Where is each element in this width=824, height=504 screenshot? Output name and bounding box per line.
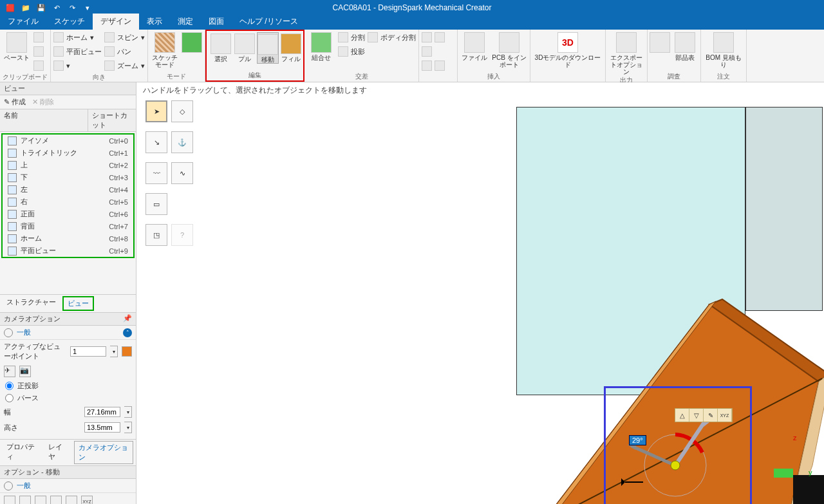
viewport[interactable]: ハンドルをドラッグして、選択されたオブジェクトを移動します ➤◇ ↘⚓ 〰∿ ▭… bbox=[136, 82, 824, 504]
line-tool[interactable]: ↘ bbox=[145, 131, 167, 153]
curve-tool[interactable]: 〰 bbox=[145, 162, 167, 184]
view-row-3[interactable]: 下Ctrl+3 bbox=[3, 171, 133, 183]
misc1b[interactable] bbox=[422, 45, 445, 58]
tab-measure[interactable]: 測定 bbox=[170, 14, 201, 30]
brush-button[interactable] bbox=[33, 59, 44, 72]
active-viewport-dropdown[interactable]: ▾ bbox=[110, 346, 118, 357]
opt-icon-5[interactable] bbox=[66, 496, 77, 504]
iso-view-button[interactable]: ▾ bbox=[53, 59, 102, 72]
export-button[interactable]: エクスポートオプション bbox=[608, 31, 644, 75]
misc1a[interactable] bbox=[422, 31, 445, 44]
view-row-6[interactable]: 正面Ctrl+6 bbox=[3, 208, 133, 220]
insert-file-button[interactable]: ファイル bbox=[460, 31, 489, 61]
width-drop[interactable]: ▾ bbox=[124, 406, 132, 418]
bodysplit-button[interactable]: ボディ分割 bbox=[368, 31, 416, 44]
collapse-icon[interactable]: ˄ bbox=[123, 328, 132, 337]
anchor-tool[interactable]: ⚓ bbox=[171, 131, 193, 153]
angle-readout[interactable]: 29° bbox=[629, 435, 646, 445]
height-input[interactable] bbox=[84, 422, 120, 433]
move-button[interactable]: 移動 bbox=[257, 32, 279, 64]
home-view-button[interactable]: ホーム▾ bbox=[53, 31, 102, 44]
paste-button[interactable]: ペースト bbox=[3, 31, 31, 61]
tab-display[interactable]: 表示 bbox=[139, 14, 170, 30]
fill-button[interactable]: フィル bbox=[281, 32, 301, 62]
tab-cameraoption[interactable]: カメラオプション bbox=[74, 441, 134, 464]
copy-button[interactable] bbox=[33, 45, 44, 58]
tab-sketch[interactable]: スケッチ bbox=[46, 14, 93, 30]
create-view-button[interactable]: ✎作成 bbox=[4, 97, 26, 107]
app-icon[interactable]: 🟥 bbox=[4, 1, 17, 14]
mini-tool-1[interactable]: △ bbox=[675, 409, 689, 422]
tab-help[interactable]: ヘルプ /リソース bbox=[232, 14, 306, 30]
sketchmode-button[interactable]: スケッチモード bbox=[151, 31, 179, 68]
opt-icon-xyz[interactable]: XYZ bbox=[81, 496, 93, 504]
plane-icon[interactable]: ✈ bbox=[4, 366, 15, 377]
mini-tool-xyz[interactable]: XYZ bbox=[718, 409, 732, 422]
tab-design[interactable]: デザイン bbox=[93, 14, 139, 30]
pcb-import-button[interactable]: PCB をインポート bbox=[491, 31, 527, 68]
bom-quote-button[interactable]: BOM 見積もり bbox=[704, 31, 744, 68]
opt-icon-1[interactable] bbox=[4, 496, 15, 504]
undo-icon[interactable]: ↶ bbox=[50, 1, 63, 14]
tab-properties[interactable]: プロパティ bbox=[3, 441, 42, 464]
axis-tool[interactable]: ◇ bbox=[171, 100, 193, 122]
view-row-2[interactable]: 上Ctrl+2 bbox=[3, 159, 133, 171]
save-icon[interactable]: 💾 bbox=[35, 1, 48, 14]
select-button[interactable]: 選択 bbox=[209, 32, 232, 62]
section-general-2[interactable]: 一般 bbox=[0, 479, 136, 493]
svg-marker-11 bbox=[621, 478, 625, 486]
view-row-8[interactable]: ホームCtrl+8 bbox=[3, 232, 133, 245]
opt-icon-2[interactable] bbox=[19, 496, 31, 504]
view-row-0[interactable]: アイソメCtrl+0 bbox=[3, 135, 133, 147]
delete-view-button[interactable]: ✕削除 bbox=[32, 97, 54, 107]
section-general[interactable]: 一般˄ bbox=[0, 326, 136, 340]
col-shortcut[interactable]: ショートカット bbox=[88, 109, 136, 131]
download-3d-button[interactable]: 3D3Dモデルのダウンロード bbox=[533, 31, 603, 68]
spin-button[interactable]: スピン▾ bbox=[104, 31, 145, 44]
combine-button[interactable]: 組合せ bbox=[307, 31, 335, 61]
tab-layer[interactable]: レイヤ bbox=[44, 441, 71, 464]
active-viewport-input[interactable] bbox=[70, 346, 106, 357]
path-tool[interactable]: ∿ bbox=[171, 162, 193, 184]
view-row-9[interactable]: 平面ビューCtrl+9 bbox=[3, 245, 133, 257]
view-row-5[interactable]: 右Ctrl+5 bbox=[3, 196, 133, 208]
view-row-4[interactable]: 左Ctrl+4 bbox=[3, 183, 133, 196]
solidmode-button[interactable] bbox=[182, 31, 202, 54]
pull-button[interactable]: プル bbox=[235, 32, 254, 62]
camera-icon[interactable]: 📷 bbox=[19, 366, 31, 377]
tab-drawing[interactable]: 図面 bbox=[201, 14, 232, 30]
misc-tool[interactable]: ? bbox=[171, 224, 193, 246]
misc1c[interactable] bbox=[422, 59, 445, 72]
pin-icon[interactable]: 📌 bbox=[123, 314, 132, 324]
parts-button[interactable]: 部品表 bbox=[672, 31, 698, 61]
open-icon[interactable]: 📁 bbox=[19, 1, 32, 14]
opt-icon-4[interactable] bbox=[50, 496, 62, 504]
qat-more-icon[interactable]: ▾ bbox=[81, 1, 94, 14]
height-drop[interactable]: ▾ bbox=[124, 422, 132, 433]
tab-structure[interactable]: ストラクチャー bbox=[3, 296, 60, 311]
misc-button[interactable] bbox=[650, 31, 670, 54]
box-tool[interactable]: ◳ bbox=[145, 224, 167, 246]
tab-file[interactable]: ファイル bbox=[0, 14, 46, 30]
plan-view-button[interactable]: 平面ビュー bbox=[53, 45, 102, 58]
view-row-1[interactable]: トライメトリックCtrl+1 bbox=[3, 147, 133, 159]
pointer-tool[interactable]: ➤ bbox=[145, 100, 167, 122]
persp-radio[interactable] bbox=[5, 394, 14, 402]
color-swatch[interactable] bbox=[122, 346, 132, 357]
cut-button[interactable] bbox=[33, 31, 44, 44]
mini-tool-3[interactable]: ✎ bbox=[704, 409, 718, 422]
view-row-7[interactable]: 背面Ctrl+7 bbox=[3, 220, 133, 232]
move-gizmo-selection[interactable] bbox=[604, 386, 752, 504]
extrude-tool[interactable]: ▭ bbox=[145, 193, 167, 215]
redo-icon[interactable]: ↷ bbox=[66, 1, 79, 14]
project-button[interactable]: 投影 bbox=[338, 45, 365, 58]
width-input[interactable] bbox=[84, 407, 120, 417]
tab-view[interactable]: ビュー bbox=[62, 296, 94, 311]
pan-button[interactable]: パン bbox=[104, 45, 145, 58]
zoom-button[interactable]: ズーム▾ bbox=[104, 59, 145, 72]
col-name[interactable]: 名前 bbox=[0, 109, 88, 131]
opt-icon-3[interactable] bbox=[35, 496, 46, 504]
ortho-radio[interactable] bbox=[5, 382, 14, 390]
split-button[interactable]: 分割 bbox=[338, 31, 365, 44]
mini-tool-2[interactable]: ▽ bbox=[689, 409, 704, 422]
